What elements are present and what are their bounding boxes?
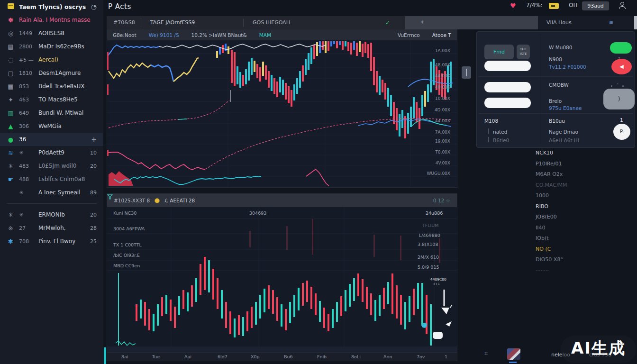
- sidebar-item[interactable]: ≋✳P0dAett910: [0, 146, 103, 159]
- sidebar-item[interactable]: ◌#5 —Aercal): [0, 53, 103, 66]
- watchlist-item[interactable]: 1000: [536, 192, 630, 203]
- trail-icon[interactable]: ◔: [91, 3, 97, 10]
- amount-input[interactable]: [484, 61, 531, 71]
- user-avatar-icon[interactable]: [619, 2, 626, 9]
- add-button[interactable]: +: [91, 136, 97, 143]
- watchlist-item[interactable]: JOB(E00: [536, 214, 630, 225]
- chart2-right-label[interactable]: 0 12 ☆: [433, 198, 450, 203]
- panel-link[interactable]: Tv11.2 F01000: [549, 64, 586, 70]
- dot: [622, 85, 624, 87]
- yellow-line-2: [173, 58, 199, 82]
- sidebar-item[interactable]: ▲306WeMGia: [0, 119, 103, 133]
- row-label: MBD CC9en: [113, 263, 140, 268]
- tab-strip: #70&S8 TAGE JAOrnfESS9 GOS IHEGOAH ✓ ✧ V…: [107, 16, 637, 29]
- watchlist-item[interactable]: P10IRe/01: [536, 161, 630, 172]
- toolbar-item-2[interactable]: We) 9101 /S: [149, 32, 179, 38]
- sidebar-item[interactable]: ✳483L0£5Jm wdil020: [0, 159, 103, 173]
- y-axis-label: 44.00X: [435, 118, 450, 123]
- watchlist-item[interactable]: CO.MAC/MM: [536, 182, 630, 193]
- gallery-icon[interactable]: [507, 348, 520, 360]
- sidebar-item[interactable]: ▥649Bundi W. Mtiwal: [0, 106, 103, 119]
- grid-view-button[interactable]: THE ISTE: [517, 45, 530, 59]
- scrollbar-handle[interactable]: [462, 66, 471, 79]
- x-axis-label: 8ai: [121, 354, 128, 359]
- buy-button[interactable]: [610, 42, 632, 54]
- watchlist-item[interactable]: RIBO: [536, 203, 630, 214]
- chart2-id[interactable]: #1025-XX3T 8: [114, 198, 150, 203]
- item-label: ERMONIb: [38, 211, 86, 218]
- y-axis-label: 7A.00X: [435, 130, 450, 135]
- watchlist-item[interactable]: NO (C: [536, 246, 630, 257]
- accent-bar: [104, 347, 106, 364]
- toolbar-item-4[interactable]: MAM: [259, 32, 271, 38]
- panel-link[interactable]: 975u E0anee: [549, 105, 582, 111]
- row-label: TX 1 C00TTL: [113, 242, 142, 247]
- sell-button[interactable]: ◀: [611, 59, 632, 74]
- row-value: L/469880: [419, 233, 440, 238]
- watchlist-item[interactable]: ········: [536, 267, 630, 278]
- y-axis-label: 4V.00X: [436, 161, 450, 165]
- item-label: Aercal): [38, 56, 97, 63]
- watchlist-item[interactable]: M6AR O2x: [536, 171, 630, 182]
- price-chart-area[interactable]: 1A.00X48.00X44.00X40.00X10.00X4D.00X44.0…: [107, 40, 457, 187]
- sidebar-item[interactable]: ▦853Bdell Tra4e8sUX: [0, 80, 103, 93]
- price-input[interactable]: [484, 82, 531, 92]
- profile-button[interactable]: P.: [613, 124, 630, 140]
- settings-item[interactable]: VuErrnco: [398, 32, 420, 38]
- watchlist-item[interactable]: IOb(t: [536, 235, 630, 246]
- toolbar-item-1[interactable]: G8e:Noot: [113, 32, 136, 38]
- sidebar-item[interactable]: ◎1449AOIISES8: [0, 27, 103, 40]
- right-tab-label[interactable]: VIIA Hous: [546, 16, 572, 29]
- item-number: #5 —: [19, 57, 34, 63]
- divider: [479, 113, 633, 114]
- tab-3[interactable]: GOS IHEGOAH: [253, 16, 290, 29]
- sidebar-item[interactable]: ✱708Pinv. Fl Bwoy25: [0, 235, 103, 248]
- panel-label: N908: [549, 56, 562, 62]
- find-button[interactable]: Fmd: [484, 45, 514, 59]
- x-axis-label: Ann: [383, 354, 392, 359]
- topbar-button[interactable]: 93aud: [582, 1, 609, 10]
- tab-2[interactable]: TAGE JAOrnfESS9: [150, 16, 195, 29]
- y-axis-label: T0.00X: [435, 150, 450, 155]
- heart-icon[interactable]: ♥: [510, 2, 516, 9]
- x-axis-label: 1: [445, 354, 447, 359]
- watchlist-item[interactable]: DIO50 X8°: [536, 256, 630, 267]
- sidebar-item[interactable]: ☛488Lsblfcs Cnlm0a8: [0, 173, 103, 186]
- sidebar-item[interactable]: ✳✳ERMONIb20: [0, 208, 103, 221]
- item-icon: ◎: [7, 30, 15, 37]
- sidebar-item[interactable]: ▢1810Desm1Agmure: [0, 66, 103, 80]
- sidebar-item[interactable]: ▤2800MaDr Is62ce9Bs: [0, 40, 103, 53]
- right-panel-tab[interactable]: VIIA Hous ≋: [538, 16, 637, 29]
- item-icon: ※: [7, 225, 15, 232]
- panel-label: nated: [493, 129, 507, 135]
- funnel-icon[interactable]: [107, 194, 113, 200]
- tab-strip-segment: ✧: [405, 16, 538, 29]
- divider: [541, 35, 541, 145]
- camera-icon[interactable]: [549, 3, 559, 9]
- tab-1[interactable]: #70&S8: [113, 16, 135, 29]
- watchlist-item[interactable]: NCK10: [536, 150, 630, 161]
- item-label: AOIISES8: [38, 30, 97, 36]
- confirm-button[interactable]: ): [603, 89, 635, 109]
- toolbar-item-3[interactable]: 10.2% >IaWN BNaut&: [191, 32, 247, 38]
- sidebar-item[interactable]: ●36+: [0, 133, 103, 146]
- sidebar-item[interactable]: ✽Rain Ala. I Montns masse: [0, 13, 103, 27]
- chart2-pair[interactable]: ℒ AEEATI 28: [164, 198, 195, 203]
- keyboard-icon[interactable]: ⌗: [484, 350, 488, 357]
- check-icon: ✓: [385, 19, 390, 26]
- sidebar-item[interactable]: ✳A Ioec Symeail89: [0, 186, 103, 199]
- sidebar-item[interactable]: ✦463TO Macs8He5: [0, 93, 103, 106]
- quantity-input[interactable]: [484, 98, 531, 108]
- sidebar-item[interactable]: Taem Tlyncs) oscrys◔: [0, 0, 103, 13]
- item-number: 483: [19, 163, 34, 169]
- item-number: 27: [19, 225, 34, 231]
- candle-chart-area[interactable]: Kuni NC30 304693 24u886 3004 A6FPWA TFLI…: [107, 207, 457, 352]
- item-icon: ✱: [7, 238, 15, 245]
- marker-sub: 4 t 1: [433, 282, 440, 285]
- white-line: [159, 44, 326, 50]
- watchlist-item[interactable]: II40: [536, 225, 630, 236]
- yellow-line: [109, 63, 151, 78]
- mode-item[interactable]: Atooe T: [432, 32, 451, 38]
- sidebar-item[interactable]: ※27MrMwloh,28: [0, 221, 103, 235]
- item-number: 2800: [19, 44, 34, 50]
